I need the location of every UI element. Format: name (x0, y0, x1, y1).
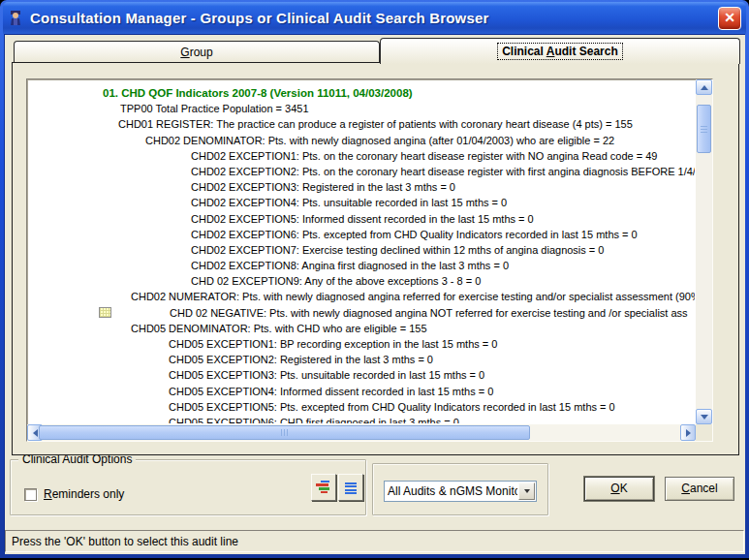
audit-line-text: CHD05 EXCEPTION1: BP recording exception… (169, 338, 497, 350)
thumb-grip-icon (701, 125, 707, 133)
audit-line[interactable]: CHD05 EXCEPTION3: Pts. unsuitable record… (29, 367, 695, 383)
audit-line-text: CHD05 DENOMINATOR: Pts. with CHD who are… (131, 323, 427, 334)
audit-line[interactable]: CHD02 DENOMINATOR: Pts. with newly diagn… (29, 133, 695, 148)
audit-line[interactable]: CHD02 EXCEPTION8: Angina first diagnosed… (29, 258, 695, 273)
audit-line-text: CHD02 EXCEPTION7: Exercise testing decli… (191, 244, 604, 256)
right-arrow-icon (686, 429, 691, 437)
audit-line-text: CHD05 EXCEPTION4: Informed dissent recor… (169, 386, 493, 397)
colored-bars-icon (316, 481, 331, 494)
audit-line-text: CHD05 EXCEPTION6: CHD first diagnosed in… (169, 417, 459, 423)
audit-line[interactable]: TPP00 Total Practice Population = 3451 (29, 101, 695, 116)
audit-line-text: CHD02 EXCEPTION1: Pts. on the coronary h… (191, 150, 658, 162)
audit-line-text: CHD02 EXCEPTION2: Pts. on the coronary h… (191, 166, 695, 177)
audit-line[interactable]: CHD02 EXCEPTION6: Pts. excepted from CHD… (29, 227, 695, 242)
audit-line[interactable]: CHD05 EXCEPTION6: CHD first diagnosed in… (29, 415, 695, 423)
audit-line-text: CHD05 EXCEPTION3: Pts. unsuitable record… (169, 369, 484, 381)
tab-clinical-audit-search[interactable]: Clinical Audit Search (380, 38, 740, 64)
audit-line[interactable]: CHD02 EXCEPTION5: Informed dissent recor… (29, 211, 695, 227)
audit-line[interactable]: CHD02 EXCEPTION7: Exercise testing decli… (29, 242, 695, 258)
chevron-down-icon (524, 489, 530, 493)
audit-line-text: CHD05 EXCEPTION2: Registered in the last… (169, 354, 433, 365)
audit-line[interactable]: CHD05 DENOMINATOR: Pts. with CHD who are… (29, 321, 695, 336)
tab-page-panel: 01. CHD QOF Indicators 2007-8 (Version 1… (12, 62, 739, 455)
audit-filter-dropdown[interactable]: All Audits & nGMS Monitoring (384, 481, 537, 502)
status-bar: Press the 'OK' button to select this aud… (5, 530, 744, 552)
close-button[interactable]: ✕ (718, 7, 741, 30)
audit-line[interactable]: CHD02 EXCEPTION1: Pts. on the coronary h… (29, 148, 695, 164)
dialog-body: Group Clinical Audit Search 01. CHD QOF … (4, 34, 745, 554)
audit-line-text: TPP00 Total Practice Population = 3451 (120, 103, 309, 114)
audit-line[interactable]: CHD02 NUMERATOR: Pts. with newly diagnos… (29, 289, 695, 304)
audit-line-text: CHD02 NUMERATOR: Pts. with newly diagnos… (131, 291, 695, 302)
horizontal-scroll-thumb[interactable] (39, 425, 530, 440)
scroll-right-button[interactable] (680, 424, 696, 441)
audit-line-text: CHD02 EXCEPTION4: Pts. unsuitable record… (191, 197, 507, 208)
audit-line[interactable]: CHD02 EXCEPTION3: Registered in the last… (29, 179, 695, 195)
audit-line-text: CHD02 DENOMINATOR: Pts. with newly diagn… (145, 135, 614, 146)
tab-clinical-audit-search-label: Clinical Audit Search (497, 43, 623, 60)
audit-line[interactable]: CHD05 EXCEPTION5: Pts. excepted from CHD… (29, 399, 695, 415)
audit-line-text: CHD02 EXCEPTION6: Pts. excepted from CHD… (191, 229, 638, 240)
audit-filter-value: All Audits & nGMS Monitoring (385, 484, 517, 498)
note-icon (99, 307, 111, 318)
audit-line-text: CHD 02 NEGATIVE: Pts. with newly diagnos… (170, 307, 688, 319)
thumb-grip-icon (281, 429, 290, 436)
audit-line[interactable]: CHD 02 EXCEPTION9: Any of the above exce… (29, 273, 695, 289)
audit-line[interactable]: CHD01 REGISTER: The practice can produce… (29, 116, 695, 132)
left-arrow-icon (33, 429, 38, 437)
audit-hierarchy-view-button[interactable] (311, 474, 336, 501)
audit-line-text: CHD02 EXCEPTION3: Registered in the last… (191, 181, 455, 193)
scroll-down-button[interactable] (696, 409, 712, 424)
audit-line-text: CHD02 EXCEPTION5: Informed dissent recor… (191, 213, 534, 225)
reminders-only-checkbox[interactable] (24, 488, 37, 501)
reminders-only-row[interactable]: Reminders only (24, 487, 124, 501)
vertical-scroll-thumb[interactable] (697, 105, 711, 153)
list-lines-icon (345, 482, 357, 494)
audit-line-text: CHD02 EXCEPTION8: Angina first diagnosed… (191, 260, 509, 271)
tab-group[interactable]: Group (14, 41, 380, 62)
audit-line[interactable]: CHD05 EXCEPTION2: Registered in the last… (29, 352, 695, 367)
cancel-button[interactable]: Cancel (665, 477, 734, 501)
vertical-scrollbar[interactable] (696, 79, 712, 424)
audit-line[interactable]: CHD02 EXCEPTION4: Pts. unsuitable record… (29, 195, 695, 210)
audit-list-view-button[interactable] (338, 474, 363, 501)
audit-line[interactable]: CHD05 EXCEPTION4: Informed dissent recor… (29, 384, 695, 399)
audit-line-text: 01. CHD QOF Indicators 2007-8 (Version 1… (103, 87, 413, 99)
ok-button[interactable]: OK (584, 477, 654, 501)
audit-line[interactable]: CHD02 EXCEPTION2: Pts. on the coronary h… (29, 164, 695, 179)
dropdown-button[interactable] (518, 482, 535, 500)
scrollbar-corner (696, 424, 712, 441)
audit-list: 01. CHD QOF Indicators 2007-8 (Version 1… (29, 81, 695, 423)
consultation-manager-window: Consultation Manager - Groups or Clinica… (0, 0, 749, 560)
tab-group-label: Group (180, 46, 212, 59)
up-arrow-icon (701, 85, 708, 90)
audit-line[interactable]: CHD05 EXCEPTION1: BP recording exception… (29, 336, 695, 352)
scroll-up-button[interactable] (696, 79, 712, 95)
audit-filter-group: All Audits & nGMS Monitoring (372, 463, 548, 515)
titlebar[interactable]: Consultation Manager - Groups or Clinica… (3, 2, 746, 34)
audit-line-text: CHD05 EXCEPTION5: Pts. excepted from CHD… (169, 401, 615, 413)
status-text: Press the 'OK' button to select this aud… (12, 535, 238, 548)
horizontal-scrollbar[interactable] (27, 424, 696, 441)
audit-line-text: CHD 02 EXCEPTION9: Any of the above exce… (191, 275, 481, 287)
down-arrow-icon (701, 415, 708, 420)
reminders-only-label[interactable]: Reminders only (44, 487, 124, 501)
audit-line[interactable]: CHD 02 NEGATIVE: Pts. with newly diagnos… (29, 305, 695, 321)
audit-line-text: CHD01 REGISTER: The practice can produce… (118, 118, 633, 130)
audit-line[interactable]: 01. CHD QOF Indicators 2007-8 (Version 1… (29, 85, 695, 101)
app-icon (8, 10, 24, 26)
audit-listbox[interactable]: 01. CHD QOF Indicators 2007-8 (Version 1… (26, 78, 713, 442)
window-title: Consultation Manager - Groups or Clinica… (30, 10, 718, 26)
clinical-audit-options-group: Clinical Audit Options Reminders only (10, 459, 366, 515)
